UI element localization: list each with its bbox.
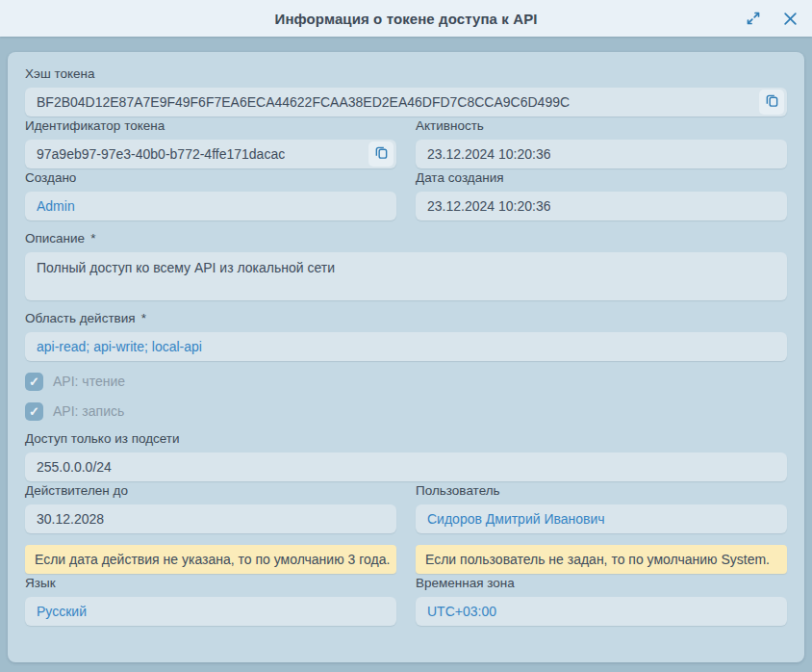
creation-date-value: 23.12.2024 10:20:36 [427, 198, 550, 214]
expand-button[interactable] [745, 10, 762, 27]
description-field[interactable]: Полный доступ ко всему API из локальной … [25, 252, 787, 300]
valid-until-label: Действителен до [25, 483, 396, 499]
dialog-header-actions [745, 0, 799, 37]
valid-until-value: 30.12.2028 [37, 511, 104, 527]
user-group: Пользователь Сидоров Дмитрий Иванович [416, 481, 787, 533]
timezone-group: Временная зона UTC+03:00 [416, 574, 787, 626]
dialog-title: Информация о токене доступа к API [275, 11, 538, 27]
api-read-checkbox-label: API: чтение [53, 374, 125, 389]
timezone-value[interactable]: UTC+03:00 [427, 604, 496, 619]
created-by-label: Создано [25, 170, 396, 186]
timezone-label: Временная зона [416, 576, 787, 591]
scope-label-text: Область действия [25, 311, 136, 325]
copy-token-hash-button[interactable] [759, 90, 784, 115]
creation-date-field[interactable]: 23.12.2024 10:20:36 [416, 192, 787, 220]
token-id-group: Идентификатор токена 97a9eb97-97e3-40b0-… [25, 116, 396, 168]
scope-field[interactable]: api-read; api-write; local-api [25, 332, 787, 361]
row-created-by-date: Создано Admin Дата создания 23.12.2024 1… [25, 168, 787, 220]
token-hash-value: BF2B04D12E87A7E9F49F6F7EA6ECA44622FCAA38… [37, 94, 570, 110]
checkbox-row-api-write: ✓ API: запись [25, 401, 787, 421]
api-read-checkbox[interactable]: ✓ [25, 373, 43, 391]
token-hash-label: Хэш токена [25, 66, 787, 82]
row-valid-until-user: Действителен до 30.12.2028 Пользователь … [25, 481, 787, 533]
activity-group: Активность 23.12.2024 10:20:36 [416, 116, 787, 168]
check-icon: ✓ [29, 405, 39, 418]
row-hints: Если дата действия не указана, то по умо… [25, 533, 787, 574]
close-icon [783, 12, 798, 26]
created-by-group: Создано Admin [25, 168, 396, 220]
api-write-checkbox[interactable]: ✓ [25, 402, 43, 421]
copy-icon [765, 93, 779, 111]
dialog-body: Хэш токена BF2B04D12E87A7E9F49F6F7EA6ECA… [8, 52, 804, 662]
row-language-timezone: Язык Русский Временная зона UTC+03:00 [25, 574, 787, 626]
creation-date-group: Дата создания 23.12.2024 10:20:36 [416, 168, 787, 220]
activity-value: 23.12.2024 10:20:36 [427, 146, 550, 162]
language-value[interactable]: Русский [37, 604, 87, 619]
copy-token-id-button[interactable] [368, 142, 393, 167]
required-asterisk: * [141, 311, 146, 325]
user-field[interactable]: Сидоров Дмитрий Иванович [416, 504, 787, 533]
required-asterisk: * [90, 231, 95, 246]
description-value: Полный доступ ко всему API из локальной … [37, 260, 335, 275]
activity-label: Активность [416, 118, 787, 134]
description-label-text: Описание [25, 231, 85, 246]
language-field[interactable]: Русский [25, 597, 396, 626]
dialog-header: Информация о токене доступа к API [0, 0, 812, 37]
user-value[interactable]: Сидоров Дмитрий Иванович [427, 511, 605, 527]
token-info-dialog: Информация о токене доступа к API [0, 0, 812, 672]
copy-icon [374, 145, 389, 163]
created-by-field[interactable]: Admin [25, 192, 396, 220]
valid-until-group: Действителен до 30.12.2028 [25, 481, 396, 533]
user-label: Пользователь [416, 483, 787, 499]
subnet-value: 255.0.0.0/24 [37, 459, 112, 475]
valid-until-hint: Если дата действия не указана, то по умо… [25, 545, 396, 574]
timezone-field[interactable]: UTC+03:00 [416, 597, 787, 626]
row-token-id-activity: Идентификатор токена 97a9eb97-97e3-40b0-… [25, 116, 787, 168]
user-hint: Если пользователь не задан, то по умолча… [416, 545, 787, 574]
language-label: Язык [25, 576, 396, 591]
api-write-checkbox-label: API: запись [53, 403, 124, 419]
expand-icon [746, 11, 761, 26]
token-hash-field[interactable]: BF2B04D12E87A7E9F49F6F7EA6ECA44622FCAA38… [25, 88, 787, 116]
checkbox-row-api-read: ✓ API: чтение [25, 372, 787, 391]
check-icon: ✓ [29, 375, 39, 388]
creation-date-label: Дата создания [416, 170, 787, 186]
valid-until-field[interactable]: 30.12.2028 [25, 504, 396, 533]
subnet-label: Доступ только из подсети [25, 431, 787, 447]
created-by-value[interactable]: Admin [37, 198, 75, 214]
token-id-field[interactable]: 97a9eb97-97e3-40b0-b772-4ffe171dacac [25, 140, 396, 168]
token-id-label: Идентификатор токена [25, 118, 396, 134]
description-label: Описание* [25, 231, 787, 246]
scope-value: api-read; api-write; local-api [37, 339, 202, 354]
close-button[interactable] [781, 10, 799, 27]
language-group: Язык Русский [25, 574, 396, 626]
subnet-field[interactable]: 255.0.0.0/24 [25, 452, 787, 481]
token-id-value: 97a9eb97-97e3-40b0-b772-4ffe171dacac [37, 146, 285, 162]
scope-label: Область действия* [25, 311, 787, 326]
activity-field[interactable]: 23.12.2024 10:20:36 [416, 140, 787, 168]
